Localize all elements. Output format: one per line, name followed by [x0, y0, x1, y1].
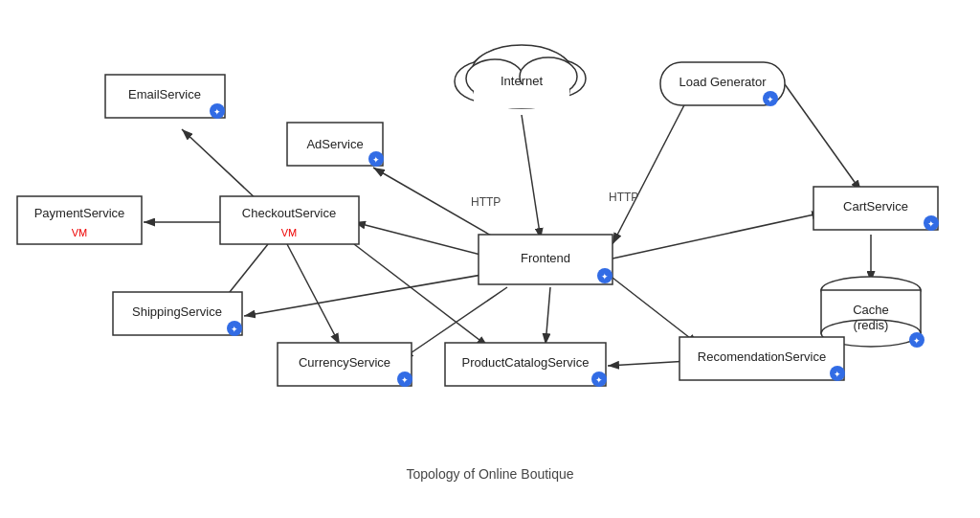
email-service-label: EmailService: [128, 87, 201, 101]
svg-line-11: [182, 129, 258, 201]
cart-service-label: CartService: [843, 199, 908, 214]
ad-service-label: AdService: [306, 137, 363, 151]
recommendation-service-label: RecomendationService: [698, 349, 826, 364]
svg-line-4: [612, 96, 689, 244]
svg-text:HTTP: HTTP: [609, 191, 638, 204]
svg-line-14: [354, 244, 488, 347]
svg-text:HTTP: HTTP: [471, 195, 501, 209]
svg-text:✦: ✦: [595, 375, 603, 385]
svg-line-9: [354, 222, 488, 257]
internet-label: Internet: [501, 74, 543, 88]
currency-service-label: CurrencyService: [299, 355, 390, 370]
svg-text:✦: ✦: [767, 95, 774, 104]
product-catalog-label: ProductCatalogService: [462, 355, 590, 370]
svg-text:✦: ✦: [401, 375, 409, 385]
frontend-label: Frontend: [521, 251, 570, 265]
svg-line-18: [546, 287, 550, 345]
checkout-service-label: CheckoutService: [242, 206, 336, 220]
svg-line-6: [785, 84, 861, 191]
svg-text:✦: ✦: [913, 336, 921, 346]
svg-text:✦: ✦: [601, 272, 609, 282]
svg-text:✦: ✦: [927, 219, 935, 229]
svg-line-19: [612, 278, 699, 345]
svg-line-7: [612, 213, 823, 259]
shipping-service-label: ShippingService: [132, 304, 222, 319]
diagram-container: HTTP HTTP: [0, 0, 980, 518]
payment-service-vm: VM: [72, 227, 88, 238]
svg-text:✦: ✦: [213, 107, 221, 117]
cache-label-2: (redis): [854, 318, 889, 332]
svg-line-2: [522, 115, 541, 239]
svg-text:✦: ✦: [372, 155, 380, 165]
svg-line-20: [608, 361, 689, 366]
diagram-caption: Topology of Online Boutique: [406, 466, 573, 482]
svg-line-16: [244, 273, 493, 316]
checkout-service-vm: VM: [281, 227, 298, 238]
payment-service-label: PaymentService: [34, 206, 125, 220]
svg-text:✦: ✦: [231, 325, 238, 334]
svg-text:✦: ✦: [834, 370, 841, 379]
svg-line-13: [287, 244, 340, 345]
cache-label-1: Cache: [853, 303, 889, 317]
load-generator-label: Load Generator: [679, 75, 767, 89]
